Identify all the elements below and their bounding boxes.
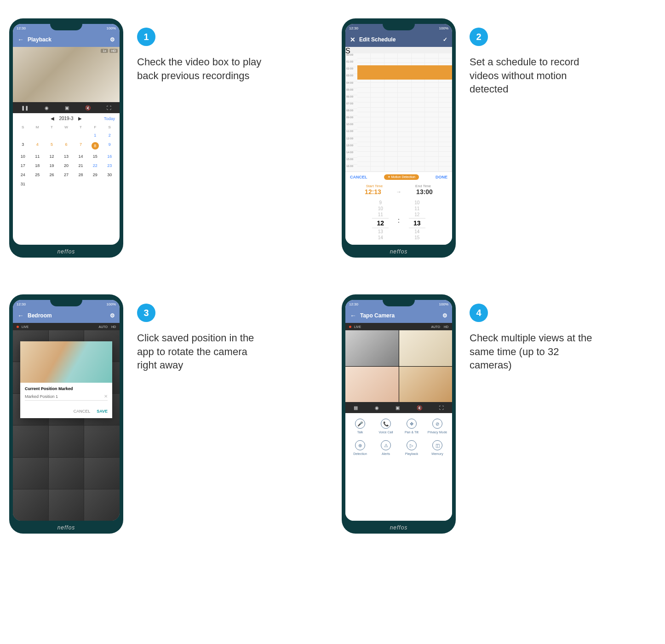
calendar-day[interactable]: 24 — [16, 170, 30, 179]
record-icon[interactable]: ▣ — [65, 105, 69, 110]
calendar-day[interactable]: 13 — [59, 152, 73, 161]
calendar-day[interactable]: 12 — [45, 152, 59, 161]
calendar-day[interactable]: 8 — [88, 140, 102, 152]
gear-icon[interactable]: ⚙ — [110, 312, 115, 319]
speed-badge[interactable]: 1x — [101, 49, 108, 53]
function-privacy-mode[interactable]: ⊘Privacy Mode — [425, 419, 449, 434]
video-preview[interactable]: 1x HD — [13, 47, 120, 102]
gear-icon[interactable]: ⚙ — [110, 36, 115, 43]
calendar-day[interactable]: 6 — [59, 140, 73, 152]
function-label: Talk — [357, 431, 363, 434]
app-bar-bedroom: ← Bedroom ⚙ — [13, 308, 120, 323]
back-icon[interactable]: ← — [17, 312, 24, 319]
record-icon[interactable]: ▣ — [396, 405, 400, 410]
function-playback[interactable]: ▷Playback — [400, 440, 424, 455]
wheel-hour-option[interactable]: 12 — [372, 218, 389, 228]
back-icon[interactable]: ← — [350, 312, 356, 319]
wheel-hour-option[interactable]: 13 — [378, 229, 383, 234]
fullscreen-icon[interactable]: ⛶ — [107, 105, 111, 110]
wheel-minute-option[interactable]: 14 — [414, 229, 419, 234]
function-talk[interactable]: 🎤Talk — [348, 419, 372, 434]
grid-icon[interactable]: ▦ — [354, 405, 358, 410]
calendar-day[interactable]: 29 — [88, 170, 102, 179]
prev-month-icon[interactable]: ◀ — [51, 116, 54, 121]
wheel-minute-option[interactable]: 10 — [414, 200, 419, 205]
wheel-minute-option[interactable]: 13 — [409, 218, 425, 228]
function-memory[interactable]: ◫Memory — [425, 440, 449, 455]
calendar-day[interactable]: 3 — [16, 140, 30, 152]
wheel-minute-option[interactable]: 15 — [414, 235, 419, 240]
calendar-day[interactable]: 20 — [59, 161, 73, 170]
gear-icon[interactable]: ⚙ — [442, 312, 447, 319]
cancel-button[interactable]: CANCEL — [74, 409, 91, 414]
mute-icon[interactable]: 🔇 — [417, 405, 422, 410]
wheel-hour-option[interactable]: 14 — [378, 235, 383, 240]
calendar-day[interactable]: 18 — [30, 161, 44, 170]
camera-view-1[interactable] — [345, 330, 399, 366]
hd-badge[interactable]: HD — [444, 325, 448, 328]
function-detection[interactable]: ⊕Detection — [348, 440, 372, 455]
calendar-day[interactable]: 31 — [16, 179, 30, 189]
confirm-icon[interactable]: ✓ — [443, 36, 447, 43]
snapshot-icon[interactable]: ◉ — [375, 405, 379, 410]
camera-view-4[interactable] — [399, 367, 453, 402]
calendar-day[interactable]: 30 — [103, 170, 117, 179]
hd-badge[interactable]: HD — [109, 49, 118, 53]
auto-badge[interactable]: AUTO — [99, 325, 108, 328]
wheel-hour-option[interactable]: 9 — [379, 200, 382, 205]
calendar-day[interactable]: 27 — [59, 170, 73, 179]
calendar-day[interactable]: 1 — [88, 131, 102, 140]
save-button[interactable]: SAVE — [97, 409, 108, 414]
wheel-minute-option[interactable]: 11 — [414, 206, 419, 211]
calendar-day[interactable]: 9 — [103, 140, 117, 152]
calendar-day[interactable]: 2 — [103, 131, 117, 140]
pause-icon[interactable]: ❚❚ — [21, 105, 29, 110]
back-icon[interactable]: ← — [17, 36, 24, 43]
auto-badge[interactable]: AUTO — [431, 325, 440, 328]
calendar-day[interactable]: 10 — [16, 152, 30, 161]
calendar-day[interactable]: 4 — [30, 140, 44, 152]
done-button[interactable]: DONE — [436, 175, 447, 179]
position-name-input[interactable]: Marked Position 1 ✕ — [25, 394, 108, 401]
function-pan-tilt[interactable]: ✥Pan & Tilt — [400, 419, 424, 434]
calendar-day[interactable]: 28 — [74, 170, 88, 179]
snapshot-icon[interactable]: ◉ — [45, 105, 49, 110]
calendar-day[interactable]: 26 — [45, 170, 59, 179]
calendar-day[interactable]: 17 — [16, 161, 30, 170]
calendar-day[interactable]: 15 — [88, 152, 102, 161]
calendar-day[interactable]: 7 — [74, 140, 88, 152]
mute-icon[interactable]: 🔇 — [85, 105, 91, 110]
camera-view-3[interactable] — [345, 367, 399, 402]
wheel-hour-option[interactable]: 11 — [378, 212, 383, 217]
wheel-hour-option[interactable]: 10 — [378, 206, 383, 211]
function-alerts[interactable]: ⚠Alerts — [374, 440, 398, 455]
calendar-day[interactable]: 14 — [74, 152, 88, 161]
camera-view-2[interactable] — [399, 330, 453, 366]
next-month-icon[interactable]: ▶ — [78, 116, 82, 121]
time-wheel[interactable]: 91011121314 : 101112131415 — [345, 198, 452, 245]
calendar-month[interactable]: 2019-3 — [59, 116, 73, 121]
calendar-day[interactable]: 23 — [103, 161, 117, 170]
calendar-day[interactable]: 22 — [88, 161, 102, 170]
schedule-grid[interactable]: 00:0001:0002:0003:0004:0005:0006:0007:00… — [345, 53, 452, 172]
calendar-day[interactable]: 19 — [45, 161, 59, 170]
fullscreen-icon[interactable]: ⛶ — [439, 405, 444, 410]
wheel-minute-option[interactable]: 12 — [414, 212, 419, 217]
schedule-hour-label: 12:00 — [345, 137, 357, 144]
motion-detection-chip[interactable]: ✦ Motion Detection — [384, 174, 419, 180]
clear-icon[interactable]: ✕ — [104, 394, 108, 399]
start-time-value[interactable]: 12:13 — [350, 188, 396, 196]
camera-quad-view[interactable] — [345, 330, 452, 402]
schedule-block[interactable] — [357, 65, 452, 80]
function-voice-call[interactable]: 📞Voice Call — [374, 419, 398, 434]
end-time-value[interactable]: 13:00 — [401, 188, 447, 196]
hd-badge[interactable]: HD — [111, 325, 116, 328]
close-icon[interactable]: ✕ — [350, 36, 355, 43]
calendar-day[interactable]: 21 — [74, 161, 88, 170]
calendar-day[interactable]: 5 — [45, 140, 59, 152]
calendar-day[interactable]: 25 — [30, 170, 44, 179]
today-button[interactable]: Today — [104, 116, 115, 121]
calendar-day[interactable]: 11 — [30, 152, 44, 161]
cancel-button[interactable]: CANCEL — [350, 175, 367, 179]
calendar-day[interactable]: 16 — [103, 152, 117, 161]
